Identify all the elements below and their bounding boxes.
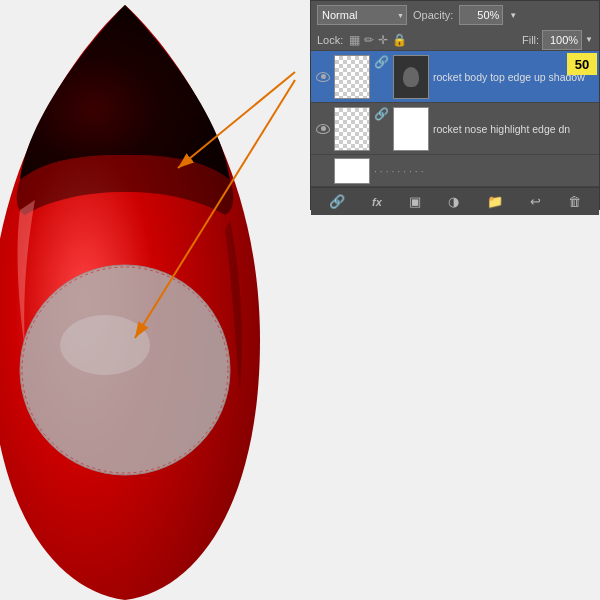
eye-icon-3 <box>316 164 330 178</box>
layer-row-3[interactable]: · · · · · · · · · <box>311 155 599 187</box>
lock-fill-bar: Lock: ▦ ✏ ✛ 🔒 Fill: ▼ <box>311 29 599 51</box>
fill-input[interactable] <box>542 30 582 50</box>
layer-row-2[interactable]: 🔗 rocket nose highlight edge dn <box>311 103 599 155</box>
layer-thumbs-3 <box>334 158 370 184</box>
checker-pattern-2 <box>335 108 369 150</box>
adjustment-icon[interactable]: ◑ <box>446 192 461 211</box>
layer-thumbnail-1 <box>334 55 370 99</box>
white-mask-2 <box>394 108 428 150</box>
new-layer-icon[interactable]: ↩ <box>528 192 543 211</box>
lock-label: Lock: <box>317 34 343 46</box>
link-icon-2: 🔗 <box>374 107 389 151</box>
checker-pattern-1 <box>335 56 369 98</box>
blend-mode-wrapper[interactable]: Normal <box>317 5 407 25</box>
lock-pixels-icon[interactable]: ▦ <box>349 33 360 47</box>
white-thumb-3 <box>335 159 369 183</box>
opacity-dropdown-icon[interactable]: ▼ <box>509 11 517 20</box>
opacity-label: Opacity: <box>413 9 453 21</box>
layer-mask-1 <box>393 55 429 99</box>
layer-thumbs-1: 🔗 <box>334 55 429 99</box>
layer-row-1[interactable]: 50 🔗 rocket body top edge up shadow <box>311 51 599 103</box>
rocket-canvas <box>0 0 310 600</box>
fill-label: Fill: <box>522 34 539 46</box>
eye-icon-1 <box>316 72 330 82</box>
layer-thumbnail-2 <box>334 107 370 151</box>
new-fill-icon[interactable]: ▣ <box>407 192 423 211</box>
lock-icons-group: ▦ ✏ ✛ 🔒 <box>349 33 407 47</box>
blend-opacity-bar: Normal Opacity: ▼ <box>311 1 599 29</box>
layers-toolbar: 🔗 fx ▣ ◑ 📁 ↩ 🗑 <box>311 187 599 215</box>
rocket-illustration <box>0 0 310 600</box>
layer-mask-2 <box>393 107 429 151</box>
lock-position-icon[interactable]: ✏ <box>364 33 374 47</box>
opacity-badge: 50 <box>567 53 597 75</box>
fill-wrapper: Fill: ▼ <box>522 30 593 50</box>
visibility-toggle-1[interactable] <box>315 69 331 85</box>
visibility-toggle-2[interactable] <box>315 121 331 137</box>
link-icon-1: 🔗 <box>374 55 389 99</box>
photoshop-layers-panel: Normal Opacity: ▼ Lock: ▦ ✏ ✛ 🔒 Fill: ▼ … <box>310 0 600 210</box>
svg-point-2 <box>60 315 150 375</box>
opacity-input[interactable] <box>459 5 503 25</box>
layer-thumbs-2: 🔗 <box>334 107 429 151</box>
blend-mode-select[interactable]: Normal <box>317 5 407 25</box>
fill-dropdown-icon[interactable]: ▼ <box>585 35 593 44</box>
delete-layer-icon[interactable]: 🗑 <box>566 192 583 211</box>
lock-all-icon[interactable]: 🔒 <box>392 33 407 47</box>
layers-list: 50 🔗 rocket body top edge up shadow <box>311 51 599 187</box>
fx-tool-icon[interactable]: fx <box>370 194 384 210</box>
lock-move-icon[interactable]: ✛ <box>378 33 388 47</box>
link-tool-icon[interactable]: 🔗 <box>327 192 347 211</box>
layer-name-3: · · · · · · · · · <box>374 165 595 177</box>
eye-icon-2 <box>316 124 330 134</box>
layer-name-2: rocket nose highlight edge dn <box>433 123 595 135</box>
layer-thumbnail-3 <box>334 158 370 184</box>
visibility-toggle-3[interactable] <box>315 163 331 179</box>
group-icon[interactable]: 📁 <box>485 192 505 211</box>
